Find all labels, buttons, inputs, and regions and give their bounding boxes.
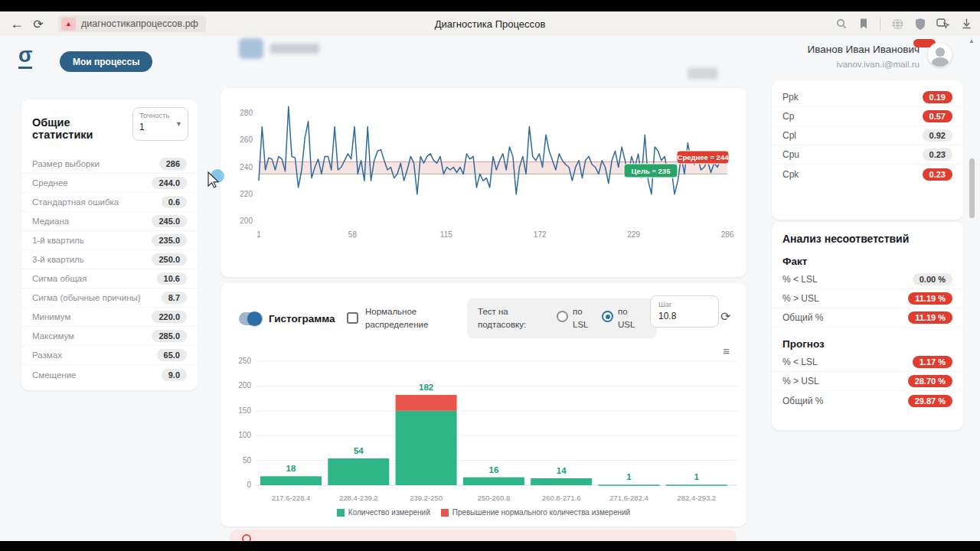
reload-icon[interactable]: ⟳ [28,13,49,34]
blurred-process-icon [239,38,263,59]
blurred-chip [688,67,718,80]
refresh-icon[interactable]: ⟳ [720,309,730,324]
step-input[interactable]: Шаг 10.8 [650,295,719,328]
stat-row: 1-й квартиль235.0 [21,231,198,250]
stat-row: Смещение9.0 [21,365,198,384]
bookmark-icon[interactable] [858,18,869,30]
analysis-label: % > USL [782,293,819,304]
radio-option-usl[interactable]: поUSL [602,305,635,332]
stat-label: 1-й квартиль [32,236,84,245]
analysis-row: Общий %11.19 % [772,308,963,328]
download-icon[interactable] [961,18,972,30]
analysis-section-title: Факт [772,245,963,270]
site-warning-icon[interactable]: ▲ [61,18,76,31]
stat-row: Среднее244.0 [21,174,198,193]
shield-icon[interactable] [915,18,926,31]
svg-text:286: 286 [721,230,734,239]
capability-panel: Ppk0.19Cp0.57Cpl0.92Cpu0.23Cpk0.23 [772,80,963,220]
svg-text:1: 1 [694,472,700,481]
capability-label: Cpu [782,149,799,160]
analysis-label: % < LSL [782,274,818,285]
capability-value-pill: 0.23 [923,148,952,161]
stat-label: Размер выборки [32,159,100,168]
app-page: σ Мои процессы Иванов Иван Иванович ivan… [0,36,980,541]
toolbar-divider [880,18,880,31]
run-chart: 200220240260280158115172229286Цель = 235… [220,88,746,277]
legend-label: Количество измерений [348,508,430,517]
stat-label: 3-й квартиль [32,255,84,264]
svg-text:150: 150 [238,406,251,415]
alert-circle-icon [242,534,251,541]
stat-label: Медиана [32,217,69,226]
precision-select[interactable]: Точность 1 ▼ [132,107,188,141]
scrollbar-thumb[interactable] [969,158,975,218]
svg-text:282.4-293.2: 282.4-293.2 [677,494,716,502]
svg-text:58: 58 [348,230,358,239]
histogram-toggle[interactable] [239,312,263,325]
stat-label: Размах [32,350,62,360]
svg-text:228.4-239.2: 228.4-239.2 [339,494,378,502]
svg-text:271.6-282.4: 271.6-282.4 [609,494,648,502]
nonconformity-analysis-panel: Анализ несоответствий Факт% < LSL0.00 %%… [772,222,963,430]
normal-distribution-checkbox[interactable] [347,312,358,324]
capability-value-pill: 0.23 [923,168,952,181]
svg-text:217.6-228.4: 217.6-228.4 [272,494,311,502]
step-value: 10.8 [658,311,710,321]
back-icon[interactable]: ← [6,13,28,34]
globe-icon[interactable] [891,18,904,31]
fudge-test-label: Тест на подтасовку: [478,305,539,332]
stat-row: Размер выборки286 [21,155,198,174]
page-scrollbar[interactable]: ▲ [969,36,975,541]
user-block[interactable]: Иванов Иван Иванович ivanov.ivan.i@mail.… [808,42,953,69]
analysis-row: % < LSL0.00 % [772,270,963,289]
analysis-label: Общий % [782,312,824,323]
svg-text:0: 0 [247,481,251,489]
legend-item: Превышение нормального количества измере… [441,508,630,517]
radio-option-lsl[interactable]: поLSL [557,305,588,332]
analysis-row: % > USL11.19 % [772,289,963,308]
stat-value-pill: 8.7 [162,292,187,304]
browser-toolbar: ← ⟳ ▲ диагностикапроцессов.рф Диагностик… [0,11,980,36]
stat-value-pill: 250.0 [152,253,187,266]
sigma-logo[interactable]: σ [18,45,32,69]
svg-text:Цель = 235: Цель = 235 [632,167,671,175]
pointer-share-icon[interactable] [936,18,950,30]
svg-text:280: 280 [240,109,253,117]
svg-text:172: 172 [534,230,547,239]
run-chart-card: 200220240260280158115172229286Цель = 235… [220,88,746,277]
stat-value-pill: 220.0 [152,311,187,323]
address-bar[interactable]: ▲ диагностикапроцессов.рф [58,15,206,32]
stat-label: Среднее [32,178,68,187]
url-text[interactable]: диагностикапроцессов.рф [81,18,198,29]
stat-row: Медиана245.0 [21,212,198,231]
blurred-process-name [270,44,319,54]
capability-row: Cpl0.92 [772,126,963,145]
histogram-controls: Гистограмма Нормальное распределение Тес… [220,298,746,338]
scrollbar-up-arrow[interactable]: ▲ [969,37,975,44]
stat-value-pill: 9.0 [162,369,187,381]
my-processes-button[interactable]: Мои процессы [60,51,152,72]
svg-text:18: 18 [286,464,296,473]
histogram-card: Гистограмма Нормальное распределение Тес… [220,283,746,527]
stat-value-pill: 65.0 [157,349,187,361]
avatar[interactable] [927,42,952,67]
svg-text:182: 182 [419,383,433,392]
svg-text:200: 200 [240,217,253,225]
stat-value-pill: 286 [159,158,187,170]
stat-row: Сигма (обычные причины)8.7 [21,289,198,308]
analysis-value-pill: 1.17 % [913,356,952,368]
svg-text:240: 240 [240,163,253,171]
radio-icon[interactable] [602,311,613,322]
radio-label: поUSL [618,305,635,332]
analysis-value-pill: 29.87 % [908,395,952,407]
search-icon[interactable] [835,18,848,30]
svg-text:Среднее = 244: Среднее = 244 [678,153,730,161]
analysis-value-pill: 11.19 % [908,311,952,324]
histogram-legend: Количество измеренийПревышение нормально… [220,508,746,517]
svg-text:250-260.8: 250-260.8 [478,494,511,502]
radio-icon[interactable] [557,311,568,322]
stat-row: Максимум285.0 [21,327,198,346]
radio-label: поLSL [573,305,588,332]
stat-value-pill: 244.0 [152,177,187,189]
analysis-value-pill: 0.00 % [913,273,952,285]
